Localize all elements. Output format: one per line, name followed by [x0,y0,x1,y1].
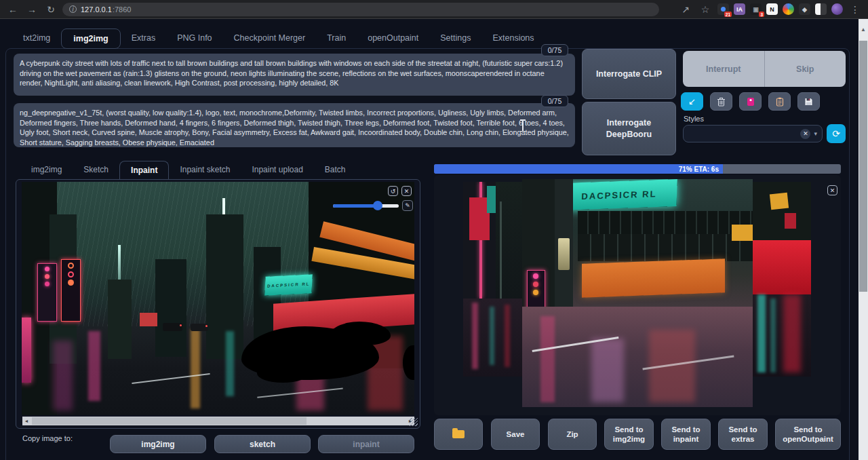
send-to-img2img-button[interactable]: Send to img2img [604,419,654,450]
tab-extensions[interactable]: Extensions [481,28,545,49]
brush-slider-thumb[interactable] [373,201,382,210]
canvas-horizontal-scrollbar[interactable]: ◄ ► [22,417,414,425]
negative-prompt-input[interactable]: ng_deepnegative_v1_75t, (worst quality, … [14,103,575,147]
inpaint-mask-blob [328,322,391,345]
copy-to-sketch-button[interactable]: sketch [214,435,311,453]
subtab-inpaint-sketch[interactable]: Inpaint sketch [169,161,241,179]
skip-button[interactable]: Skip [765,51,846,87]
zip-button[interactable]: Zip [548,419,597,450]
extension-icon-a[interactable]: 21 [717,3,729,15]
styles-refresh-button[interactable]: ⟳ [827,124,846,143]
canvas-close-icon[interactable]: ✕ [401,186,412,196]
split-window-icon[interactable] [815,3,827,15]
copy-image-to-label: Copy image to: [22,434,73,442]
styles-label: Styles [684,115,704,123]
reload-icon[interactable]: ↻ [43,2,58,17]
brush-size-slider[interactable] [333,204,399,208]
interrogate-clip-button[interactable]: Interrogate CLIP [582,49,676,99]
chevron-down-icon: ▾ [814,130,817,137]
progress-fill: 71% ETA: 6s [434,164,723,174]
brush-slider-fill [333,204,378,208]
neon-traffic-panel [37,263,57,322]
negative-prompt-token-counter: 0/75 [541,95,568,107]
send-to-inpaint-button[interactable]: Send to inpaint [661,419,711,450]
styles-dropdown[interactable]: ✕ ▾ [683,125,823,142]
save-button[interactable]: Save [491,419,540,450]
url-bar[interactable]: i 127.0.0.1:7860 [62,3,659,16]
stop-button-group: Interrupt Skip [683,51,846,87]
scroll-up-arrow[interactable]: ▲ [859,19,868,39]
orange-banner [582,258,725,298]
neon-sign-red [61,259,81,322]
apply-styles-button[interactable] [768,92,791,111]
neon-sign-teal: DACPSICR RL [264,274,313,295]
preview-close-icon[interactable]: ✕ [827,185,837,195]
bookmark-star-icon[interactable]: ☆ [698,2,713,17]
subtab-img2img[interactable]: img2img [20,161,73,179]
extensions-puzzle-icon[interactable]: ◆ [799,3,810,15]
preview-image-right[interactable] [753,182,811,377]
brush-edit-icon[interactable]: ✎ [402,200,413,211]
img2img-mode-tabs: img2img Sketch Inpaint Inpaint sketch In… [20,161,357,179]
clear-prompt-trash-button[interactable] [710,92,732,111]
url-host: 127.0.0.1 [81,5,112,14]
distant-car [163,323,182,331]
extra-networks-button[interactable] [739,92,762,111]
subtab-inpaint-upload[interactable]: Inpaint upload [241,161,313,179]
distant-car [191,324,208,331]
subtab-inpaint[interactable]: Inpaint [119,161,169,179]
text-cursor [519,119,526,133]
tab-settings[interactable]: Settings [429,28,481,49]
copy-to-inpaint-button[interactable]: inpaint [318,435,414,453]
extension-icon-b[interactable]: ▣ 3 [750,3,762,15]
resize-handle[interactable] [410,418,418,426]
tab-openoutpaint[interactable]: openOutpaint [357,28,429,49]
trash-icon [717,97,726,107]
extra-networks-card-icon [747,97,755,107]
inpaint-canvas[interactable]: DACPSICR RL ↺ ✕ ✎ [22,182,414,415]
save-style-button[interactable] [797,92,820,111]
tab-train[interactable]: Train [316,28,357,49]
tab-img2img[interactable]: img2img [61,28,120,49]
tab-extras[interactable]: Extras [121,28,166,49]
send-to-openoutpaint-button[interactable]: Send to openOutpaint [775,419,841,450]
extension-icon-ia[interactable]: IA [734,3,745,15]
progress-label: 71% ETA: 6s [679,166,719,173]
preview-neon-sign: DACPSICR RL [561,179,677,210]
browser-chrome: ← → ↻ i 127.0.0.1:7860 ↗ ☆ 21 IA ▣ 3 N ◆… [0,0,868,19]
floppy-save-icon [804,97,813,107]
back-icon[interactable]: ← [5,2,20,17]
generation-progress-bar: 71% ETA: 6s [434,164,841,174]
subtab-sketch[interactable]: Sketch [73,161,119,179]
preview-image-center[interactable]: DACPSICR RL [522,179,753,407]
share-icon[interactable]: ↗ [678,2,693,17]
forward-icon[interactable]: → [24,2,39,17]
subtab-batch[interactable]: Batch [314,161,357,179]
extension-icon-colorful[interactable] [783,3,794,15]
tab-png-info[interactable]: PNG Info [166,28,222,49]
extension-icon-notion[interactable]: N [766,3,778,15]
prompt-input[interactable]: A cyberpunk city street with lots of tra… [14,54,575,96]
site-info-icon[interactable]: i [69,5,77,13]
tab-checkpoint-merger[interactable]: Checkpoint Merger [223,28,317,49]
tab-txt2img[interactable]: txt2img [12,28,61,49]
send-to-extras-button[interactable]: Send to extras [718,419,768,450]
canvas-scrollbar-thumb[interactable] [32,417,307,425]
url-port: :7860 [113,5,132,14]
preview-image-left[interactable] [463,182,522,377]
interrogate-deepbooru-button[interactable]: Interrogate DeepBooru [582,102,676,155]
prompt-token-counter: 0/75 [541,44,568,56]
browser-menu-icon[interactable]: ⋮ [848,2,863,17]
scroll-left-arrow[interactable]: ◄ [22,419,31,423]
paste-generation-params-button[interactable]: ↙ [681,92,703,111]
page-scrollbar[interactable]: ▲ [859,19,868,460]
styles-clear-icon[interactable]: ✕ [800,129,810,139]
undo-icon[interactable]: ↺ [388,186,398,196]
open-folder-button[interactable] [434,419,483,450]
folder-icon [452,430,465,438]
page-scrollbar-thumb[interactable] [859,41,867,292]
clipboard-icon [776,97,784,107]
interrupt-button[interactable]: Interrupt [683,51,764,87]
profile-avatar[interactable] [831,3,843,15]
copy-to-img2img-button[interactable]: img2img [110,435,206,453]
